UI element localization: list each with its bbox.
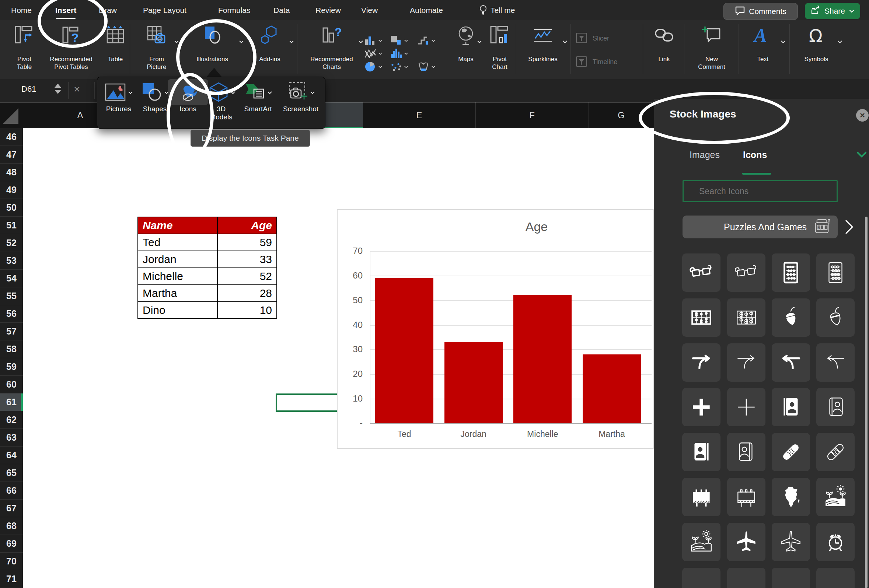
ribbon-button-text[interactable]: AText [741,22,785,77]
cancel-entry-icon[interactable]: × [74,83,80,95]
ribbon-button-slicer[interactable]: Slicer [575,33,609,44]
stock-icon-airplane-filled[interactable] [727,523,765,561]
stock-icon-partial[interactable] [727,568,765,588]
chevron-down-icon[interactable] [856,151,867,160]
row-header-69[interactable]: 69 [0,535,23,552]
stock-icon-agriculture-filled[interactable] [816,478,855,516]
dropdown-item-pictures[interactable]: Pictures [98,79,139,113]
stock-icon-plus-outline[interactable] [727,388,765,426]
stock-icon-arrow-merge-right-outline[interactable] [727,344,765,382]
stock-icon-acorn-outline[interactable] [816,298,855,337]
stock-icon-3d-glasses-filled[interactable] [682,253,721,292]
row-header-58[interactable]: 58 [0,341,23,358]
cell-name[interactable]: Jordan [138,251,217,268]
cell-name[interactable]: Ted [138,234,217,251]
ribbon-tab-draw[interactable]: Draw [99,0,117,20]
ribbon-button-step-chart[interactable] [418,35,436,46]
stock-icon-partial[interactable] [772,568,810,588]
ribbon-button-line-chart[interactable] [365,48,383,59]
ribbon-button-column-chart[interactable] [365,35,383,46]
bar-martha[interactable] [583,354,641,423]
name-box-stepper[interactable] [55,84,61,94]
stock-icon-abacus-beads-outline[interactable] [727,298,765,337]
bar-jordan[interactable] [445,342,503,423]
stock-icon-3d-glasses-outline[interactable] [727,253,765,292]
row-header-71[interactable]: 71 [0,570,23,588]
stock-icon-address-book-outline[interactable] [816,388,855,426]
ribbon-button-sparklines[interactable]: Sparklines [519,22,567,77]
cell-age[interactable]: 52 [217,268,277,285]
comments-button[interactable]: Comments [724,3,798,20]
stock-icon-contact-card-outline[interactable] [727,433,765,471]
ribbon-button-pivot-chart[interactable]: PivotChart [483,22,517,77]
ribbon-tab-tell-me[interactable]: Tell me [479,0,515,20]
ribbon-button-scatter-chart[interactable] [390,61,408,72]
stock-icon-agriculture-outline[interactable] [682,523,721,561]
row-header-62[interactable]: 62 [0,411,23,429]
data-table[interactable]: NameAgeTed59Jordan33Michelle52Martha28Di… [138,217,277,319]
cell-age[interactable]: 28 [217,285,277,302]
row-header-61[interactable]: 61 [0,394,23,411]
column-header-d-selected[interactable] [324,102,363,128]
close-icon[interactable]: × [856,109,869,121]
ribbon-button-funnel-chart[interactable] [418,61,436,72]
row-header-47[interactable]: 47 [0,146,23,164]
stock-icon-acorn-filled[interactable] [772,298,810,337]
cell-age[interactable]: 10 [217,302,277,319]
row-header-59[interactable]: 59 [0,358,23,376]
stock-icon-airplane-outline[interactable] [772,523,810,561]
share-button[interactable]: Share [805,3,860,19]
stock-icon-bandage-outline[interactable] [816,433,855,471]
ribbon-tab-home[interactable]: Home [11,0,32,20]
row-header-54[interactable]: 54 [0,270,23,287]
ribbon-button-histogram-chart[interactable] [390,48,408,59]
ribbon-tab-page-layout[interactable]: Page Layout [143,0,187,20]
row-header-70[interactable]: 70 [0,552,23,570]
row-header-51[interactable]: 51 [0,217,23,234]
dropdown-item-3d-models[interactable]: 3DModels [201,79,242,121]
stock-icon-plus-filled[interactable] [682,388,721,426]
stock-icon-partial[interactable] [816,568,855,588]
ribbon-button-recommended-pivot-tables[interactable]: ?RecommendedPivot Tables [42,22,100,77]
dropdown-item-smartart[interactable]: SmartArt [238,79,278,113]
column-header-f[interactable]: F [475,102,589,128]
row-header-48[interactable]: 48 [0,164,23,181]
ribbon-button-timeline[interactable]: Timeline [575,56,617,68]
row-header-49[interactable]: 49 [0,181,23,199]
name-box[interactable]: D61 [21,84,36,94]
age-bar-chart[interactable]: Age 70 60 50 40 30 20 10 - Ted Jordan Mi… [337,209,654,449]
row-header-63[interactable]: 63 [0,429,23,447]
row-header-53[interactable]: 53 [0,252,23,270]
bar-ted[interactable] [375,278,433,423]
cell-name[interactable]: Martha [138,285,217,302]
tab-icons[interactable]: Icons [743,150,767,160]
ribbon-tab-formulas[interactable]: Formulas [218,0,251,20]
stock-icon-africa-filled[interactable] [772,478,810,516]
search-input[interactable] [684,181,836,201]
ribbon-tab-data[interactable]: Data [273,0,290,20]
stock-icon-abacus-beads-filled[interactable] [682,298,721,337]
table-header-name[interactable]: Name [138,217,217,234]
ribbon-button-from-picture[interactable]: FromPicture [135,22,178,77]
row-header-46[interactable]: 46 [0,128,23,146]
row-header-68[interactable]: 68 [0,517,23,535]
ribbon-button-recommended-charts[interactable]: ?RecommendedCharts [301,22,363,77]
stock-icon-billboard-filled[interactable] [682,478,721,516]
pane-scrollbar[interactable] [865,217,868,588]
table-header-age[interactable]: Age [217,217,277,234]
dropdown-item-screenshot[interactable]: Screenshot [280,79,321,113]
bar-michelle[interactable] [513,295,572,423]
ribbon-tab-view[interactable]: View [361,0,378,20]
ribbon-button-symbols[interactable]: ΩSymbols [791,22,842,77]
ribbon-button-add-ins[interactable]: Add-ins [246,22,294,77]
stock-icon-address-book-filled[interactable] [772,388,810,426]
cell-age[interactable]: 59 [217,234,277,251]
tab-images[interactable]: Images [690,150,720,160]
stock-icon-arrow-merge-left-filled[interactable] [772,344,810,382]
ribbon-tab-insert[interactable]: Insert [55,0,76,20]
ribbon-button-link[interactable]: Link [646,22,682,77]
row-header-67[interactable]: 67 [0,499,23,517]
cell-name[interactable]: Dino [138,302,217,319]
row-header-65[interactable]: 65 [0,464,23,482]
ribbon-button-pie-chart[interactable] [365,61,383,72]
